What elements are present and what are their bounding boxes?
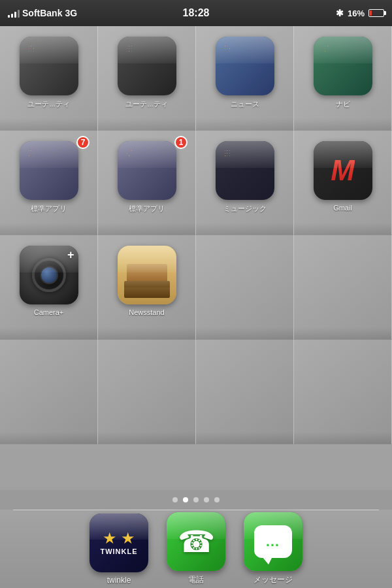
dock: ★ ★ TWINKLE twinkle ☎ 電話 … メッセージ: [0, 510, 392, 588]
twinkle-brand-text: TWINKLE: [100, 547, 137, 555]
app-label-music: ミュージック: [203, 204, 287, 214]
signal-bars: [8, 8, 20, 18]
app-cell-camera[interactable]: + Camera+: [0, 235, 98, 340]
dock-item-twinkle[interactable]: ★ ★ TWINKLE twinkle: [90, 514, 148, 585]
newsstand-graphic: [124, 252, 170, 298]
messages-bubble-icon: …: [254, 525, 292, 558]
app-cell-apps2[interactable]: 1 標準アプリ: [98, 131, 196, 235]
app-icon-gmail[interactable]: M: [314, 141, 372, 200]
app-cell-newsstand[interactable]: Newsstand: [98, 235, 196, 340]
app-cell-apps1[interactable]: 7 標準アプリ: [0, 131, 98, 235]
network-label: 3G: [65, 8, 77, 18]
page-dot-4[interactable]: [214, 497, 220, 502]
app-cell-empty2: [294, 235, 392, 340]
app-label-gmail: Gmail: [301, 204, 385, 212]
dock-item-phone[interactable]: ☎ 電話: [167, 512, 225, 585]
app-cell-empty4: [98, 340, 196, 444]
app-icon-apps2[interactable]: [118, 141, 176, 200]
badge-apps2: 1: [174, 136, 188, 149]
page-dot-1[interactable]: [183, 497, 188, 502]
dock-label-messages: メッセージ: [253, 574, 293, 585]
battery-body: [368, 9, 384, 17]
phone-icon: ☎: [178, 524, 215, 559]
bluetooth-icon: ✱: [336, 8, 344, 18]
carrier-label: SoftBank: [22, 8, 62, 18]
battery-fill: [370, 10, 372, 16]
page-dot-2[interactable]: [193, 497, 199, 502]
app-label-camera: Camera+: [7, 308, 91, 316]
page-indicators: [0, 490, 392, 510]
app-icon-navi[interactable]: [314, 37, 372, 95]
app-label-navi: ナビ: [301, 99, 385, 109]
camera-plus-icon: +: [67, 248, 74, 262]
time-label: 18:28: [183, 7, 210, 19]
dock-label-twinkle: twinkle: [107, 576, 131, 585]
app-cell-empty6: [294, 340, 392, 444]
app-icon-news[interactable]: [216, 37, 274, 95]
app-cell-utility2[interactable]: ユーテ...ティ: [98, 26, 196, 131]
gmail-logo: M: [331, 156, 355, 185]
app-icon-camera[interactable]: +: [20, 246, 78, 304]
app-icon-utility2[interactable]: [118, 37, 176, 95]
app-cell-empty1: [196, 235, 294, 340]
app-label-newsstand: Newsstand: [105, 308, 189, 316]
app-label-apps2: 標準アプリ: [105, 204, 189, 214]
app-label-apps1: 標準アプリ: [7, 204, 91, 214]
app-label-utility1: ユーテ...ティ: [7, 99, 91, 109]
dock-icon-messages[interactable]: …: [244, 512, 302, 571]
page-dot-0[interactable]: [172, 497, 178, 502]
app-shelf: ユーテ...ティ ユーテ...ティ: [0, 26, 392, 490]
camera-lens: [32, 258, 66, 292]
battery-percent: 16%: [348, 8, 365, 18]
app-cell-music[interactable]: ミュージック: [196, 131, 294, 235]
app-icon-apps1[interactable]: [20, 141, 78, 200]
battery-indicator: [368, 9, 384, 17]
app-cell-empty3: [0, 340, 98, 444]
badge-apps1: 7: [76, 136, 90, 149]
app-icon-music[interactable]: [216, 141, 274, 200]
app-label-news: ニュース: [203, 99, 287, 109]
app-cell-gmail[interactable]: M Gmail: [294, 131, 392, 235]
messages-dots-icon: …: [265, 533, 281, 550]
page-dot-3[interactable]: [204, 497, 209, 502]
status-left: SoftBank 3G: [8, 8, 77, 18]
app-icon-utility1[interactable]: [20, 37, 78, 95]
app-cell-utility1[interactable]: ユーテ...ティ: [0, 26, 98, 131]
dock-icon-phone[interactable]: ☎: [167, 512, 225, 571]
app-cell-empty5: [196, 340, 294, 444]
dock-item-messages[interactable]: … メッセージ: [244, 512, 302, 585]
twinkle-stars-icon: ★ ★: [103, 531, 136, 546]
app-cell-news[interactable]: ニュース: [196, 26, 294, 131]
app-icon-newsstand[interactable]: [118, 246, 176, 304]
dock-label-phone: 電話: [188, 574, 204, 585]
dock-icon-twinkle[interactable]: ★ ★ TWINKLE: [90, 514, 148, 572]
app-cell-navi[interactable]: ナビ: [294, 26, 392, 131]
app-label-utility2: ユーテ...ティ: [105, 99, 189, 109]
status-right: ✱ 16%: [336, 8, 384, 18]
status-bar: SoftBank 3G 18:28 ✱ 16%: [0, 0, 392, 26]
